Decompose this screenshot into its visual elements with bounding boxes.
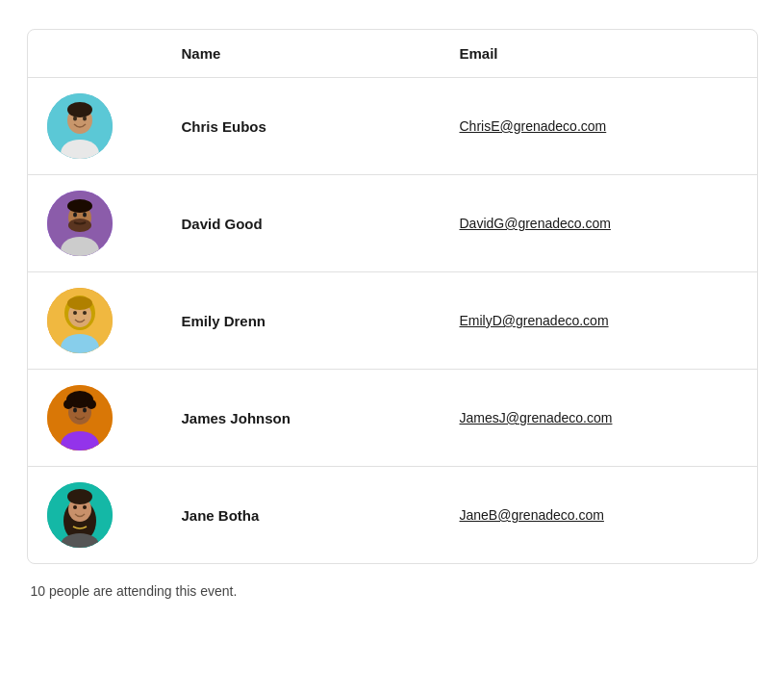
svg-point-24 — [63, 399, 73, 409]
table-row: Emily Drenn EmilyD@grenadeco.com — [28, 272, 757, 370]
avatar-cell — [47, 191, 182, 256]
column-header-name: Name — [182, 45, 460, 62]
svg-point-29 — [83, 408, 87, 413]
svg-point-13 — [83, 213, 87, 218]
svg-point-35 — [73, 505, 77, 509]
svg-point-12 — [73, 213, 77, 218]
svg-point-6 — [83, 116, 87, 121]
svg-point-26 — [74, 392, 86, 403]
people-table: Name Email — [27, 29, 758, 564]
svg-point-19 — [73, 311, 77, 315]
person-name: James Johnson — [182, 410, 460, 426]
svg-point-9 — [68, 219, 91, 232]
table-row: David Good DavidG@grenadeco.com — [28, 175, 757, 272]
avatar — [47, 385, 113, 450]
column-header-email: Email — [460, 45, 738, 62]
person-email[interactable]: ChrisE@grenadeco.com — [460, 118, 738, 134]
person-name: Emily Drenn — [182, 313, 460, 329]
svg-point-25 — [87, 399, 96, 409]
avatar — [47, 288, 113, 353]
footer-text: 10 people are attending this event. — [27, 583, 758, 599]
person-email[interactable]: EmilyD@grenadeco.com — [460, 313, 738, 328]
table-row: James Johnson JamesJ@grenadeco.com — [28, 370, 757, 467]
svg-point-3 — [67, 102, 92, 117]
svg-point-10 — [67, 199, 92, 213]
svg-point-36 — [83, 505, 87, 509]
svg-point-5 — [73, 116, 77, 121]
svg-point-33 — [67, 489, 92, 504]
svg-point-17 — [67, 296, 92, 310]
avatar-cell — [47, 288, 182, 353]
avatar — [47, 482, 113, 548]
avatar — [47, 93, 113, 159]
person-email[interactable]: JaneB@grenadeco.com — [460, 507, 738, 523]
person-name: Chris Eubos — [182, 118, 460, 135]
person-email[interactable]: JamesJ@grenadeco.com — [460, 410, 738, 425]
table-row: Chris Eubos ChrisE@grenadeco.com — [28, 78, 757, 175]
person-name: Jane Botha — [182, 507, 460, 524]
person-email[interactable]: DavidG@grenadeco.com — [460, 216, 738, 231]
table-row: Jane Botha JaneB@grenadeco.com — [28, 467, 757, 563]
avatar-cell — [47, 482, 182, 548]
avatar — [47, 191, 113, 256]
avatar-cell — [47, 385, 182, 450]
svg-point-28 — [73, 408, 77, 413]
svg-point-20 — [83, 311, 87, 315]
person-name: David Good — [182, 216, 460, 232]
table-header: Name Email — [28, 30, 757, 78]
avatar-cell — [47, 93, 182, 159]
